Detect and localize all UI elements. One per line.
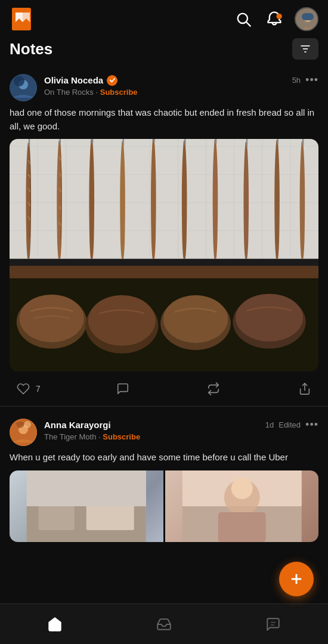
inbox-icon xyxy=(156,616,172,633)
page-title-row: Notes xyxy=(0,36,328,67)
post-1-repost-button[interactable] xyxy=(205,380,222,398)
post-2-images xyxy=(10,470,318,542)
comment-icon xyxy=(114,380,132,398)
post-1: Olivia Noceda 5h ••• On The Rocks · Subs… xyxy=(0,67,328,406)
nav-inbox[interactable] xyxy=(109,604,218,644)
post-1-time: 5h xyxy=(292,76,301,85)
svg-point-62 xyxy=(24,421,31,428)
post-2-image-2 xyxy=(165,470,319,542)
post-2-time: 1d xyxy=(265,420,274,429)
repost-icon xyxy=(205,380,222,398)
bottom-navigation xyxy=(0,603,328,644)
svg-point-56 xyxy=(163,295,228,343)
header-actions xyxy=(233,7,318,31)
verified-badge xyxy=(107,75,117,86)
post-1-comment-button[interactable] xyxy=(114,380,132,398)
post-2: Anna Karayorgi 1d Edited ••• The Tiger M… xyxy=(0,411,328,542)
home-icon xyxy=(47,616,63,633)
post-1-share-button[interactable] xyxy=(296,380,314,398)
post-2-more-button[interactable]: ••• xyxy=(305,419,318,431)
post-2-image-1 xyxy=(10,470,163,542)
nav-messages[interactable] xyxy=(219,604,328,644)
post-2-subscribe-link[interactable]: Subscribe xyxy=(103,432,140,441)
svg-rect-13 xyxy=(10,139,318,259)
post-2-text: When u get ready too early and have some… xyxy=(10,451,318,465)
post-2-author-row: Anna Karayorgi 1d Edited ••• xyxy=(44,419,318,431)
post-2-subtitle: The Tiger Moth · Subscribe xyxy=(44,432,318,441)
share-icon xyxy=(296,380,314,398)
svg-point-72 xyxy=(231,478,252,499)
post-divider-1 xyxy=(0,406,328,407)
post-1-action-bar: 7 xyxy=(10,374,318,406)
post-1-more-button[interactable]: ••• xyxy=(305,74,318,86)
post-2-time-row: 1d Edited ••• xyxy=(265,419,318,431)
post-1-time-row: 5h ••• xyxy=(292,74,318,86)
page-title: Notes xyxy=(10,40,52,58)
post-1-meta: Olivia Noceda 5h ••• On The Rocks · Subs… xyxy=(10,74,318,101)
post-2-author-name: Anna Karayorgi xyxy=(44,420,111,430)
post-1-avatar[interactable] xyxy=(10,74,37,101)
post-1-like-button[interactable]: 7 xyxy=(14,380,41,398)
filter-button[interactable] xyxy=(292,38,318,60)
svg-point-3 xyxy=(277,14,282,19)
post-1-author-row: Olivia Noceda 5h ••• xyxy=(44,74,318,86)
post-1-text: had one of those mornings that was chaot… xyxy=(10,106,318,133)
svg-rect-71 xyxy=(218,512,265,542)
svg-point-12 xyxy=(14,76,24,86)
app-header xyxy=(0,0,328,36)
post-1-like-count: 7 xyxy=(36,384,41,394)
heart-icon xyxy=(14,380,32,398)
svg-rect-6 xyxy=(302,13,314,20)
svg-rect-29 xyxy=(10,266,318,278)
create-post-fab[interactable] xyxy=(279,562,314,596)
post-1-image xyxy=(10,139,318,371)
svg-point-58 xyxy=(236,294,303,342)
post-2-info: Anna Karayorgi 1d Edited ••• The Tiger M… xyxy=(44,419,318,441)
post-1-info: Olivia Noceda 5h ••• On The Rocks · Subs… xyxy=(44,74,318,97)
user-avatar[interactable] xyxy=(295,7,318,31)
app-logo[interactable] xyxy=(10,7,33,31)
post-2-edited-label: Edited xyxy=(279,420,301,429)
post-1-subtitle: On The Rocks · Subscribe xyxy=(44,88,318,97)
svg-point-54 xyxy=(88,295,156,346)
messages-icon xyxy=(265,616,281,633)
post-2-avatar[interactable] xyxy=(10,419,37,446)
nav-home[interactable] xyxy=(0,604,109,644)
post-1-subscribe-link[interactable]: Subscribe xyxy=(100,88,138,97)
search-button[interactable] xyxy=(233,8,254,30)
ring-icon-button[interactable] xyxy=(264,8,285,30)
post-1-author-name: Olivia Noceda xyxy=(44,75,117,86)
post-2-meta: Anna Karayorgi 1d Edited ••• The Tiger M… xyxy=(10,419,318,446)
svg-point-52 xyxy=(19,295,83,342)
svg-rect-67 xyxy=(27,470,146,506)
